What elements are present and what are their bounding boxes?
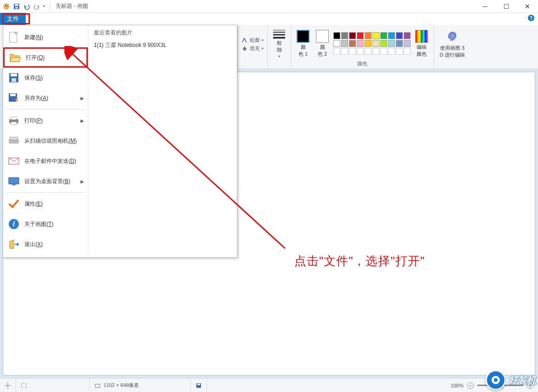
print-icon: [8, 115, 20, 127]
palette-swatch[interactable]: [333, 40, 340, 47]
file-menu-saveas[interactable]: 另存为(A)▶: [3, 88, 88, 108]
color2-button[interactable]: 颜 色 2: [314, 29, 331, 58]
palette-swatch[interactable]: [357, 40, 364, 47]
svg-rect-14: [11, 117, 17, 120]
palette-swatch[interactable]: [380, 40, 387, 47]
selection-size: [16, 379, 90, 392]
file-menu-save[interactable]: 保存(S): [3, 68, 88, 88]
dimensions-icon: [94, 382, 101, 389]
saveas-icon: [8, 92, 20, 104]
shape-outline-button[interactable]: 轮廓▾: [241, 37, 263, 44]
palette-swatch[interactable]: [341, 48, 348, 55]
palette-swatch[interactable]: [333, 48, 340, 55]
svg-rect-26: [22, 383, 26, 388]
file-menu-new[interactable]: 新建(N): [3, 27, 88, 47]
palette-swatch[interactable]: [404, 48, 411, 55]
palette-swatch[interactable]: [388, 40, 395, 47]
stroke-width-button[interactable]: 粗 细 ▾: [271, 29, 287, 59]
palette-swatch[interactable]: [365, 32, 372, 39]
palette-swatch[interactable]: [333, 32, 340, 39]
divider: [50, 2, 50, 11]
file-menu-email[interactable]: 在电子邮件中发送(D): [3, 151, 88, 171]
zoom-out-button[interactable]: −: [467, 382, 474, 389]
open-icon: [9, 52, 21, 63]
palette-swatch[interactable]: [365, 40, 372, 47]
palette-swatch[interactable]: [380, 48, 387, 55]
menu-item-label: 打开(O): [26, 54, 45, 62]
svg-text:i: i: [13, 220, 15, 228]
svg-rect-10: [11, 78, 16, 82]
email-icon: [8, 155, 20, 167]
save-icon[interactable]: [13, 3, 20, 10]
file-menu-open[interactable]: 打开(O): [3, 47, 88, 68]
qat-dropdown-icon[interactable]: ▾: [43, 4, 45, 8]
titlebar: ▾ 无标题 - 画图 ─ ☐ ✕: [0, 0, 538, 13]
check-icon: [8, 198, 20, 210]
crosshair-icon: [5, 382, 11, 389]
ribbon-group-paint3d: 使用画图 3 D 进行编辑: [434, 25, 470, 69]
file-menu-info[interactable]: i关于画图(T): [3, 214, 88, 234]
maximize-button[interactable]: ☐: [496, 0, 517, 13]
recent-item[interactable]: 1(1) 三星 Notebook 9 900X3L: [94, 40, 231, 51]
palette-swatch[interactable]: [388, 48, 395, 55]
svg-rect-19: [9, 178, 19, 184]
svg-rect-15: [11, 122, 17, 125]
palette-swatch[interactable]: [349, 32, 356, 39]
palette-swatch[interactable]: [357, 32, 364, 39]
color-palette: [333, 32, 411, 55]
palette-swatch[interactable]: [357, 48, 364, 55]
palette-swatch[interactable]: [349, 40, 356, 47]
canvas-dimensions: 1152 × 648像素: [90, 379, 191, 392]
svg-rect-20: [12, 184, 16, 185]
watermark: 好装机: [486, 370, 536, 390]
file-menu-recent: 最近查看的图片 1(1) 三星 Notebook 9 900X3L: [88, 25, 237, 257]
palette-swatch[interactable]: [396, 40, 403, 47]
palette-swatch[interactable]: [396, 32, 403, 39]
palette-swatch[interactable]: [380, 32, 387, 39]
menu-item-label: 关于画图(T): [24, 220, 53, 228]
status-bar: 1152 × 648像素 100% − +: [0, 378, 538, 392]
file-menu-check[interactable]: 属性(E): [3, 194, 88, 214]
help-icon[interactable]: ?: [528, 15, 534, 21]
svg-rect-12: [10, 94, 16, 96]
palette-swatch[interactable]: [365, 48, 372, 55]
file-menu-desktop[interactable]: 设置为桌面背景(B)▶: [3, 171, 88, 191]
watermark-logo-icon: [486, 370, 506, 390]
menu-separator: [6, 109, 85, 110]
file-menu-exit[interactable]: 退出(X): [3, 234, 88, 254]
shape-fill-button[interactable]: 填充▾: [241, 45, 263, 52]
paint3d-button[interactable]: 使用画图 3 D 进行编辑: [438, 29, 467, 59]
palette-swatch[interactable]: [372, 48, 379, 55]
palette-swatch[interactable]: [396, 48, 403, 55]
minimize-button[interactable]: ─: [475, 0, 496, 13]
palette-swatch[interactable]: [404, 32, 411, 39]
close-button[interactable]: ✕: [517, 0, 538, 13]
menu-item-label: 退出(X): [24, 241, 43, 248]
window-controls: ─ ☐ ✕: [475, 0, 538, 13]
palette-swatch[interactable]: [341, 32, 348, 39]
palette-swatch[interactable]: [372, 40, 379, 47]
menu-item-label: 新建(N): [24, 34, 43, 41]
palette-swatch[interactable]: [404, 40, 411, 47]
redo-icon[interactable]: [33, 3, 40, 10]
palette-swatch[interactable]: [372, 32, 379, 39]
app-icon: [3, 3, 10, 10]
chevron-right-icon: ▶: [80, 179, 84, 184]
selection-icon: [21, 382, 27, 389]
file-menu-scanner[interactable]: 从扫描仪或照相机(M): [3, 131, 88, 151]
ribbon-collapse[interactable]: ˆ ?: [525, 15, 534, 21]
tab-row: 文件 ˆ ?: [0, 13, 538, 25]
palette-swatch[interactable]: [341, 40, 348, 47]
edit-colors-button[interactable]: 编辑 颜色: [413, 29, 430, 58]
window-title: 无标题 - 画图: [56, 2, 88, 10]
file-menu-print[interactable]: 打印(P)▶: [3, 110, 88, 131]
ribbon-group-colors: 颜 色 1 颜 色 2 编辑 颜色 颜色: [291, 25, 434, 69]
new-icon: [8, 31, 20, 43]
undo-icon[interactable]: [23, 3, 30, 10]
menu-item-label: 属性(E): [24, 200, 43, 208]
color1-button[interactable]: 颜 色 1: [295, 29, 311, 58]
save-icon: [8, 72, 20, 84]
palette-swatch[interactable]: [388, 32, 395, 39]
svg-rect-27: [95, 384, 100, 387]
palette-swatch[interactable]: [349, 48, 356, 55]
